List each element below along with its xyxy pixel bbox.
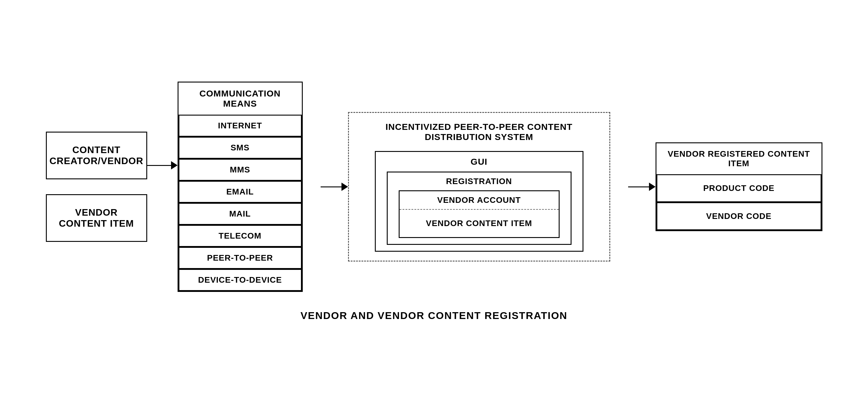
content-creator-box: CONTENT CREATOR/VENDOR	[46, 132, 147, 179]
vendor-content-item-left-box: VENDOR CONTENT ITEM	[46, 194, 147, 242]
arrow-comm-to-p2p	[321, 183, 348, 191]
vendor-account-title: VENDOR ACCOUNT	[400, 191, 559, 210]
p2p-title: INCENTIVIZED PEER-TO-PEER CONTENT DISTRI…	[358, 122, 600, 142]
product-code-box: PRODUCT CODE	[656, 174, 822, 202]
registration-title: REGISTRATION	[388, 173, 570, 190]
arrow-p2p-to-right	[628, 183, 655, 191]
arrow-creator-to-comm	[147, 142, 178, 169]
comm-item-sms: SMS	[179, 137, 302, 159]
comm-means-container: COMMUNICATION MEANS INTERNET SMS MMS EMA…	[178, 82, 303, 292]
comm-item-p2p: PEER-TO-PEER	[179, 247, 302, 269]
comm-item-d2d: DEVICE-TO-DEVICE	[179, 269, 302, 291]
vendor-code-label: VENDOR CODE	[706, 212, 771, 221]
vendor-registered-box: VENDOR REGISTERED CONTENT ITEM PRODUCT C…	[655, 143, 823, 231]
comm-item-mail: MAIL	[179, 203, 302, 225]
vendor-content-item-left-label: VENDOR CONTENT ITEM	[53, 207, 141, 229]
comm-item-internet: INTERNET	[179, 115, 302, 137]
comm-item-mms: MMS	[179, 159, 302, 181]
comm-item-email: EMAIL	[179, 181, 302, 203]
p2p-system-container: INCENTIVIZED PEER-TO-PEER CONTENT DISTRI…	[348, 112, 610, 261]
gui-title: GUI	[376, 152, 583, 172]
gui-box: GUI REGISTRATION VENDOR ACCOUNT VENDOR C…	[375, 151, 583, 252]
comm-item-telecom: TELECOM	[179, 225, 302, 247]
content-creator-label: CONTENT CREATOR/VENDOR	[50, 145, 143, 166]
vendor-registered-title: VENDOR REGISTERED CONTENT ITEM	[656, 143, 822, 174]
vendor-code-box: VENDOR CODE	[656, 202, 822, 230]
vendor-account-box: VENDOR ACCOUNT VENDOR CONTENT ITEM	[399, 190, 560, 238]
vendor-content-item-inner: VENDOR CONTENT ITEM	[400, 210, 559, 237]
diagram-caption: VENDOR AND VENDOR CONTENT REGISTRATION	[301, 310, 568, 321]
registration-box: REGISTRATION VENDOR ACCOUNT VENDOR CONTE…	[387, 172, 571, 245]
product-code-label: PRODUCT CODE	[703, 184, 774, 193]
left-column: CONTENT CREATOR/VENDOR VENDOR CONTENT IT…	[46, 132, 147, 242]
comm-means-title: COMMUNICATION MEANS	[179, 83, 302, 115]
